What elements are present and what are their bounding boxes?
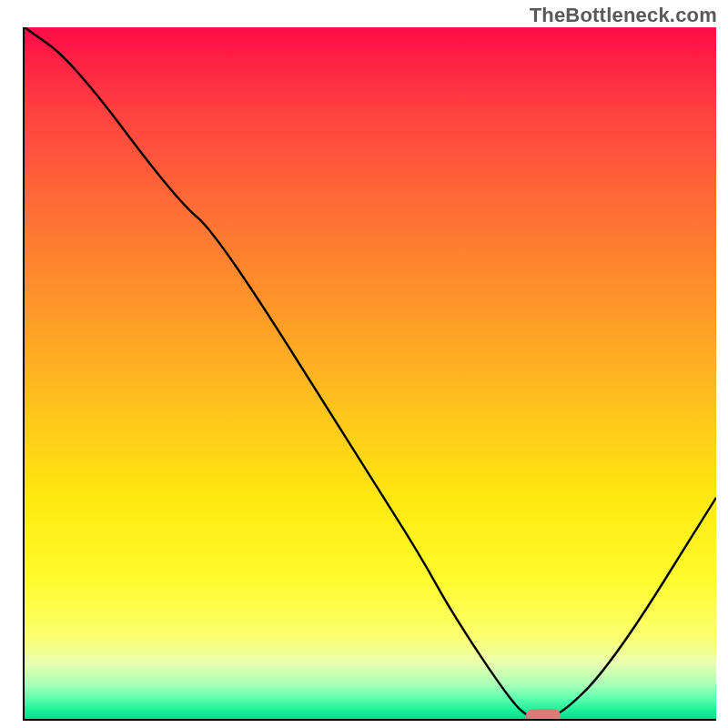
curve-path bbox=[25, 27, 716, 719]
optimal-marker bbox=[526, 709, 561, 721]
watermark-text: TheBottleneck.com bbox=[530, 4, 717, 27]
plot-area bbox=[23, 27, 716, 721]
bottleneck-curve bbox=[25, 27, 716, 719]
